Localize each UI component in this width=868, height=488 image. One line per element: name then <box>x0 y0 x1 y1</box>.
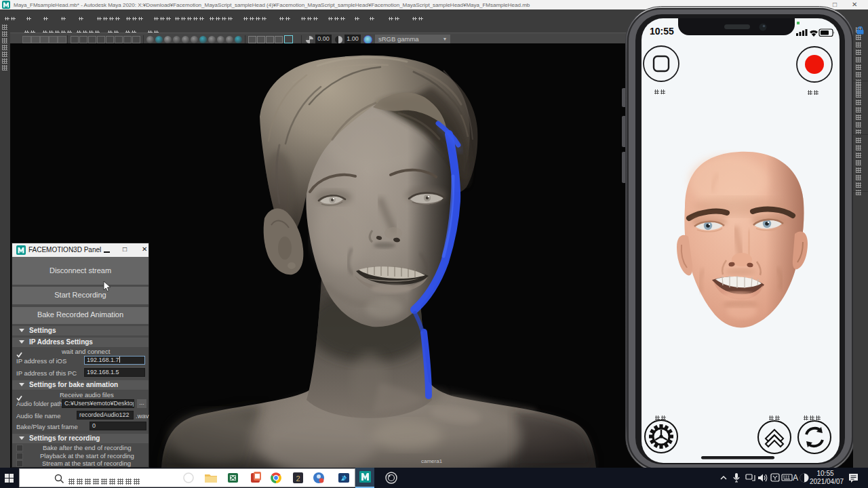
svg-text:2: 2 <box>296 474 300 483</box>
svg-text:10:55: 10:55 <box>650 26 674 37</box>
